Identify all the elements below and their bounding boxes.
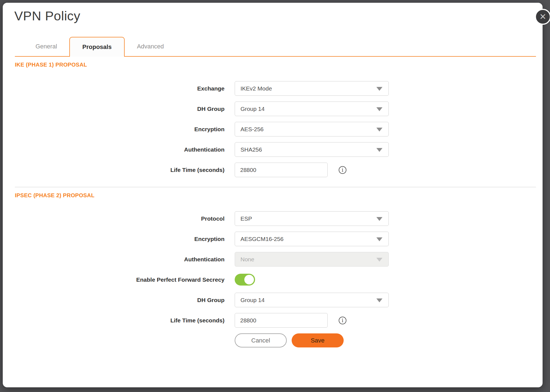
phase2-encryption-value: AESGCM16-256 — [240, 236, 283, 242]
close-button[interactable]: ✕ — [535, 9, 550, 25]
info-icon[interactable]: i — [339, 166, 346, 174]
phase2-form: Protocol ESP Encryption AESGCM16-256 — [15, 211, 536, 328]
vpn-policy-dialog: VPN Policy General Proposals Advanced IK… — [3, 3, 543, 387]
pfs-row: Enable Perfect Forward Secrecy — [15, 272, 536, 287]
phase2-dh-group-select[interactable]: Group 14 — [235, 293, 389, 307]
phase1-authentication-select[interactable]: SHA256 — [235, 142, 389, 157]
section-divider — [15, 187, 536, 187]
phase1-dh-group-select[interactable]: Group 14 — [235, 102, 389, 116]
exchange-label: Exchange — [15, 85, 225, 92]
exchange-value: IKEv2 Mode — [240, 85, 272, 92]
save-button[interactable]: Save — [292, 333, 344, 347]
pfs-label: Enable Perfect Forward Secrecy — [15, 276, 225, 283]
phase2-authentication-label: Authentication — [15, 256, 225, 263]
exchange-row: Exchange IKEv2 Mode — [15, 81, 536, 96]
chevron-down-icon — [376, 258, 382, 262]
chevron-down-icon — [376, 128, 382, 131]
phase2-encryption-row: Encryption AESGCM16-256 — [15, 232, 536, 246]
phase1-life-time-input[interactable] — [235, 163, 328, 177]
toggle-knob — [244, 275, 254, 284]
protocol-value: ESP — [240, 215, 252, 222]
dialog-header: VPN Policy — [3, 3, 543, 24]
phase2-encryption-select[interactable]: AESGCM16-256 — [235, 232, 389, 246]
phase1-authentication-label: Authentication — [15, 146, 225, 153]
tab-bar: General Proposals Advanced — [15, 36, 536, 57]
phase1-life-time-row: Life Time (seconds) i — [15, 163, 536, 177]
chevron-down-icon — [376, 148, 382, 152]
exchange-select[interactable]: IKEv2 Mode — [235, 81, 389, 96]
phase2-dh-group-row: DH Group Group 14 — [15, 293, 536, 307]
page-title: VPN Policy — [14, 8, 543, 24]
phase2-authentication-select-disabled: None — [235, 252, 389, 267]
phase2-life-time-row: Life Time (seconds) i — [15, 313, 536, 328]
phase1-encryption-row: Encryption AES-256 — [15, 122, 536, 136]
tab-proposals[interactable]: Proposals — [69, 37, 124, 57]
phase2-encryption-label: Encryption — [15, 236, 225, 242]
chevron-down-icon — [376, 107, 382, 111]
chevron-down-icon — [376, 87, 382, 91]
phase1-form: Exchange IKEv2 Mode DH Group Group 14 — [15, 81, 536, 177]
chevron-down-icon — [376, 298, 382, 302]
phase2-dh-group-label: DH Group — [15, 297, 225, 303]
tab-advanced[interactable]: Advanced — [125, 37, 176, 56]
phase1-encryption-select[interactable]: AES-256 — [235, 122, 389, 136]
dialog-footer: Cancel Save — [235, 333, 536, 347]
phase1-dh-group-row: DH Group Group 14 — [15, 102, 536, 116]
phase2-life-time-input[interactable] — [235, 313, 328, 328]
close-icon: ✕ — [539, 13, 546, 21]
phase2-section-heading: IPSEC (PHASE 2) PROPOSAL — [15, 192, 536, 199]
phase2-dh-group-value: Group 14 — [240, 297, 265, 303]
phase1-section-heading: IKE (PHASE 1) PROPOSAL — [15, 62, 536, 68]
pfs-toggle[interactable] — [235, 274, 255, 286]
phase1-life-time-label: Life Time (seconds) — [15, 167, 225, 173]
protocol-select[interactable]: ESP — [235, 211, 389, 226]
tab-general[interactable]: General — [23, 37, 69, 56]
phase1-encryption-label: Encryption — [15, 126, 225, 133]
phase1-authentication-value: SHA256 — [240, 146, 262, 153]
cancel-button[interactable]: Cancel — [235, 333, 287, 347]
phase2-life-time-label: Life Time (seconds) — [15, 317, 225, 324]
chevron-down-icon — [376, 237, 382, 241]
chevron-down-icon — [376, 217, 382, 221]
protocol-row: Protocol ESP — [15, 211, 536, 226]
phase1-dh-group-value: Group 14 — [240, 106, 265, 112]
info-icon[interactable]: i — [339, 317, 346, 324]
phase1-dh-group-label: DH Group — [15, 106, 225, 112]
phase2-authentication-value: None — [240, 256, 254, 263]
protocol-label: Protocol — [15, 215, 225, 222]
phase2-authentication-row: Authentication None — [15, 252, 536, 267]
dialog-content: IKE (PHASE 1) PROPOSAL Exchange IKEv2 Mo… — [3, 62, 543, 347]
phase1-authentication-row: Authentication SHA256 — [15, 142, 536, 157]
phase1-encryption-value: AES-256 — [240, 126, 264, 133]
